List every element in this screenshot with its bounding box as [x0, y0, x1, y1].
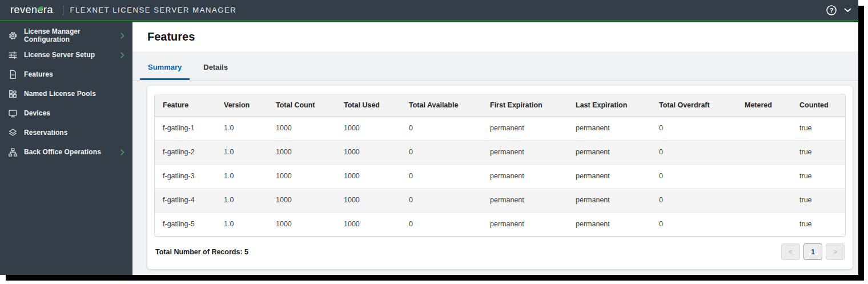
table-row: f-gatling-31.0100010000permanentpermanen…	[155, 164, 845, 188]
table-cell	[737, 140, 791, 164]
gear-icon	[8, 31, 18, 41]
chevron-right-icon	[120, 149, 124, 155]
leaf-icon	[37, 2, 43, 14]
table-row: f-gatling-21.0100010000permanentpermanen…	[155, 140, 845, 164]
table-cell: f-gatling-2	[155, 140, 216, 164]
sidebar-item-label: Named License Pools	[24, 90, 96, 98]
table-cell: 1.0	[216, 164, 268, 188]
topbar-actions: ?	[826, 5, 851, 16]
table-cell	[737, 212, 791, 236]
table-cell: 1000	[268, 212, 336, 236]
table-cell: 0	[401, 212, 482, 236]
pagination: <1>	[781, 243, 845, 260]
table-row: f-gatling-41.0100010000permanentpermanen…	[155, 188, 845, 212]
table-cell: 0	[651, 164, 737, 188]
column-header-version: Version	[216, 94, 268, 116]
column-header-total-used: Total Used	[336, 94, 401, 116]
table-cell: permanent	[482, 212, 568, 236]
chevron-down-icon[interactable]	[844, 8, 851, 13]
table-cell: 0	[401, 116, 482, 140]
product-name: FLEXNET LICENSE SERVER MANAGER	[70, 6, 237, 14]
table-cell: f-gatling-5	[155, 212, 216, 236]
column-header-total-overdraft: Total Overdraft	[651, 94, 737, 116]
page-header: Features	[132, 22, 858, 51]
table-cell: permanent	[568, 188, 651, 212]
chevron-right-icon	[120, 33, 124, 39]
table-cell: permanent	[568, 140, 651, 164]
table-cell	[737, 188, 791, 212]
table-row: f-gatling-51.0100010000permanentpermanen…	[155, 212, 845, 236]
table-cell: 1000	[268, 140, 336, 164]
tab-bar: SummaryDetails	[132, 51, 858, 81]
table-cell: 0	[651, 188, 737, 212]
column-header-feature: Feature	[155, 94, 216, 116]
pagination-prev-button[interactable]: <	[781, 243, 800, 260]
table-cell: 1.0	[216, 188, 268, 212]
sidebar-item-license-server-setup[interactable]: License Server Setup	[0, 45, 132, 65]
tab-details[interactable]: Details	[195, 63, 236, 80]
table-cell: true	[791, 212, 845, 236]
table-cell: permanent	[568, 164, 651, 188]
table-cell: true	[791, 116, 845, 140]
brand-area: revenera. FLEXNET LICENSE SERVER MANAGER	[10, 4, 236, 16]
table-cell: 0	[651, 116, 737, 140]
pagination-page-1-button[interactable]: 1	[803, 243, 822, 260]
sidebar-item-label: License Manager Configuration	[24, 27, 120, 43]
table-cell: permanent	[482, 116, 568, 140]
column-header-last-expiration: Last Expiration	[568, 94, 651, 116]
table-cell: true	[791, 164, 845, 188]
revenera-logo-text: revenera	[10, 4, 53, 15]
table-cell: 1000	[336, 164, 401, 188]
sidebar-item-named-license-pools[interactable]: Named License Pools	[0, 84, 132, 103]
table-row: f-gatling-11.0100010000permanentpermanen…	[155, 116, 845, 140]
sidebar-nav: License Manager ConfigurationLicense Ser…	[0, 22, 132, 275]
table-cell: permanent	[482, 164, 568, 188]
revenera-logo: revenera.	[10, 4, 58, 16]
document-icon	[8, 70, 18, 79]
table-cell: 1000	[336, 188, 401, 212]
sidebar-item-back-office-operations[interactable]: Back Office Operations	[0, 142, 132, 162]
column-header-first-expiration: First Expiration	[482, 94, 568, 116]
table-cell: 0	[401, 188, 482, 212]
logo-trademark: .	[53, 10, 54, 14]
table-cell: 1.0	[216, 140, 268, 164]
table-cell: 1000	[336, 212, 401, 236]
layers-icon	[8, 128, 18, 138]
table-cell: 0	[651, 140, 737, 164]
table-cell: 1000	[268, 116, 336, 140]
sidebar-item-label: Reservations	[24, 129, 68, 137]
table-cell: 0	[651, 212, 737, 236]
sitemap-icon	[8, 147, 18, 157]
table-cell: f-gatling-3	[155, 164, 216, 188]
help-icon[interactable]: ?	[826, 5, 837, 16]
column-header-total-available: Total Available	[401, 94, 482, 116]
features-table-container: FeatureVersionTotal CountTotal UsedTotal…	[154, 94, 846, 237]
sidebar-item-license-manager-configuration[interactable]: License Manager Configuration	[0, 26, 132, 45]
table-cell: f-gatling-4	[155, 188, 216, 212]
table-cell	[737, 116, 791, 140]
table-cell: f-gatling-1	[155, 116, 216, 140]
table-cell: 0	[401, 140, 482, 164]
features-card: FeatureVersionTotal CountTotal UsedTotal…	[147, 86, 853, 269]
table-cell: permanent	[482, 188, 568, 212]
table-cell	[737, 164, 791, 188]
table-cell: 0	[401, 164, 482, 188]
brand-divider	[63, 5, 63, 15]
monitor-icon	[8, 109, 18, 118]
table-cell: 1000	[336, 140, 401, 164]
table-footer: Total Number of Records: 5 <1>	[154, 243, 846, 260]
svg-text:?: ?	[830, 7, 834, 14]
sidebar-item-features[interactable]: Features	[0, 65, 132, 84]
sidebar-item-devices[interactable]: Devices	[0, 103, 132, 123]
table-cell: 1000	[336, 116, 401, 140]
page-title: Features	[147, 30, 195, 43]
tab-summary[interactable]: Summary	[140, 63, 190, 80]
app-window: revenera. FLEXNET LICENSE SERVER MANAGER…	[0, 0, 858, 275]
sidebar-item-label: Features	[24, 70, 53, 78]
body-row: License Manager ConfigurationLicense Ser…	[0, 22, 858, 275]
total-records-label: Total Number of Records: 5	[155, 248, 248, 256]
top-bar: revenera. FLEXNET LICENSE SERVER MANAGER…	[0, 0, 858, 21]
pagination-next-button[interactable]: >	[826, 243, 845, 260]
sidebar-item-reservations[interactable]: Reservations	[0, 123, 132, 142]
column-header-metered: Metered	[737, 94, 791, 116]
